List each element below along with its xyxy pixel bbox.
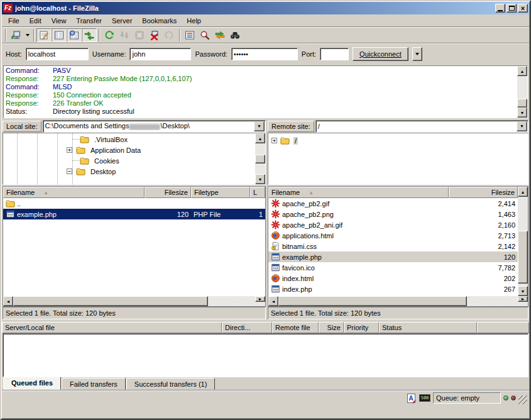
file-row[interactable]: ..: [3, 198, 265, 209]
scroll-thumb[interactable]: [13, 296, 208, 306]
minimize-button[interactable]: [495, 4, 505, 13]
password-input[interactable]: [231, 48, 298, 60]
log-scrollbar[interactable]: ▲ ▼: [517, 66, 527, 118]
expand-icon[interactable]: +: [271, 138, 277, 143]
menu-view[interactable]: View: [47, 16, 72, 26]
tree-item[interactable]: − Desktop: [67, 166, 117, 177]
menu-help[interactable]: Help: [182, 16, 206, 26]
toggle-local-tree-button[interactable]: [52, 28, 67, 42]
transfer-type-icon[interactable]: A: [405, 393, 417, 403]
maximize-button[interactable]: [506, 4, 517, 13]
file-row[interactable]: index.php267: [268, 284, 518, 294]
scroll-left-button[interactable]: ◄: [3, 296, 13, 306]
site-manager-button[interactable]: [8, 28, 23, 42]
file-row[interactable]: apache_pb2_ani.gif2,160: [268, 219, 518, 230]
column-lastmodified[interactable]: L: [250, 187, 265, 198]
column-status[interactable]: Status: [379, 322, 477, 333]
scroll-thumb[interactable]: [517, 99, 527, 108]
scroll-right-button[interactable]: ►: [255, 296, 265, 302]
find-files-button[interactable]: [227, 28, 243, 42]
local-tree-scrollbar[interactable]: ▲ ▼: [255, 133, 265, 184]
column-filename[interactable]: Filename▲: [3, 187, 145, 198]
tree-item[interactable]: Cookies: [80, 155, 121, 166]
file-row[interactable]: index.html202: [268, 273, 518, 284]
menu-server[interactable]: Server: [107, 16, 137, 26]
scroll-thumb[interactable]: [255, 155, 265, 163]
toolbar-separator: [179, 29, 180, 41]
tree-item[interactable]: + /: [271, 135, 298, 146]
menu-bookmarks[interactable]: Bookmarks: [137, 16, 182, 26]
file-row-selected[interactable]: example.php 120 PHP File 1: [3, 209, 265, 219]
refresh-button[interactable]: [102, 28, 117, 42]
filter-button[interactable]: [182, 28, 197, 42]
file-row[interactable]: bitnami.css2,142: [268, 241, 518, 251]
column-direction[interactable]: Directi...: [222, 322, 272, 333]
file-row-selected[interactable]: example.php120: [268, 251, 518, 262]
disconnect-button[interactable]: [147, 28, 162, 42]
file-name: apache_pb2_ani.gif: [282, 221, 342, 229]
tab-queued-files[interactable]: Queued files: [3, 377, 61, 390]
synchronized-browsing-button[interactable]: [212, 28, 227, 42]
column-filetype[interactable]: Filetype: [191, 187, 250, 198]
toggle-queue-button[interactable]: [82, 28, 97, 42]
quickconnect-button[interactable]: Quickconnect: [353, 47, 408, 61]
expand-icon[interactable]: +: [67, 147, 72, 153]
port-input[interactable]: [320, 48, 349, 60]
file-row[interactable]: applications.html2,713: [268, 230, 518, 241]
log-lines: Command:PASV Response:227 Entering Passi…: [4, 66, 517, 118]
resize-grip-icon[interactable]: [518, 395, 527, 404]
tree-item-label: Desktop: [89, 168, 117, 175]
username-input[interactable]: [129, 48, 191, 60]
tab-successful-transfers[interactable]: Successful transfers (1): [126, 378, 216, 390]
file-last-modified: 1: [250, 209, 265, 219]
process-queue-button[interactable]: [117, 28, 132, 42]
remote-list-scrollbar[interactable]: ▲ ▼: [518, 187, 528, 296]
quickconnect-dropdown[interactable]: [412, 47, 422, 61]
tree-item[interactable]: + Application Data: [67, 145, 142, 155]
file-row[interactable]: favicon.ico7,782: [268, 262, 518, 273]
cancel-button[interactable]: [132, 28, 147, 42]
scroll-up-button[interactable]: ▲: [255, 133, 265, 143]
column-priority[interactable]: Priority: [344, 322, 379, 333]
dropdown-button[interactable]: ▼: [517, 121, 527, 131]
file-row[interactable]: apache_pb2.gif2,414: [268, 198, 518, 209]
scroll-thumb[interactable]: [518, 231, 528, 284]
reconnect-button[interactable]: [162, 28, 177, 42]
column-filesize[interactable]: Filesize: [145, 187, 191, 198]
scroll-down-button[interactable]: ▼: [518, 286, 528, 296]
menu-file[interactable]: File: [3, 16, 25, 26]
close-button[interactable]: ×: [518, 4, 528, 13]
column-remote-file[interactable]: Remote file: [272, 322, 319, 333]
file-row[interactable]: apache_pb2.png1,463: [268, 209, 518, 219]
log-text: Directory listing successful: [53, 108, 134, 116]
menu-transfer[interactable]: Transfer: [71, 16, 107, 26]
remote-list-hscrollbar[interactable]: ◄ ►: [268, 296, 528, 306]
column-filesize[interactable]: Filesize: [449, 187, 518, 198]
column-server-local-file[interactable]: Server/Local file: [2, 322, 222, 333]
scroll-left-button[interactable]: ◄: [268, 296, 278, 306]
host-input[interactable]: [26, 48, 89, 60]
speed-limit-icon[interactable]: 500: [419, 393, 430, 403]
scroll-up-button[interactable]: ▲: [518, 187, 528, 197]
remote-site-combobox[interactable]: / ▼: [315, 120, 528, 133]
remote-file-list: Filename▲ Filesize apache_pb2.gif2,414 a…: [268, 186, 528, 319]
local-list-hscrollbar[interactable]: ◄ ►: [3, 296, 265, 306]
menu-edit[interactable]: Edit: [25, 16, 47, 26]
scroll-thumb[interactable]: [278, 296, 467, 306]
column-size[interactable]: Size: [319, 322, 344, 333]
file-size: 2,713: [449, 230, 518, 241]
scroll-down-button[interactable]: ▼: [255, 174, 265, 184]
dropdown-button[interactable]: ▼: [254, 121, 265, 131]
scroll-right-button[interactable]: ►: [518, 296, 528, 302]
local-site-combobox[interactable]: C:\Documents and Settings\Desktop\ ▼: [43, 120, 266, 133]
toggle-message-log-button[interactable]: [36, 28, 52, 42]
toggle-remote-tree-button[interactable]: [67, 28, 82, 42]
directory-comparison-button[interactable]: [197, 28, 212, 42]
scroll-up-button[interactable]: ▲: [517, 66, 527, 76]
tab-failed-transfers[interactable]: Failed transfers: [62, 378, 126, 390]
site-manager-dropdown[interactable]: [23, 28, 31, 42]
column-filename[interactable]: Filename▲: [268, 187, 449, 198]
scroll-down-button[interactable]: ▼: [517, 108, 527, 118]
tree-item[interactable]: .VirtualBox: [80, 134, 129, 145]
collapse-icon[interactable]: −: [67, 169, 72, 174]
